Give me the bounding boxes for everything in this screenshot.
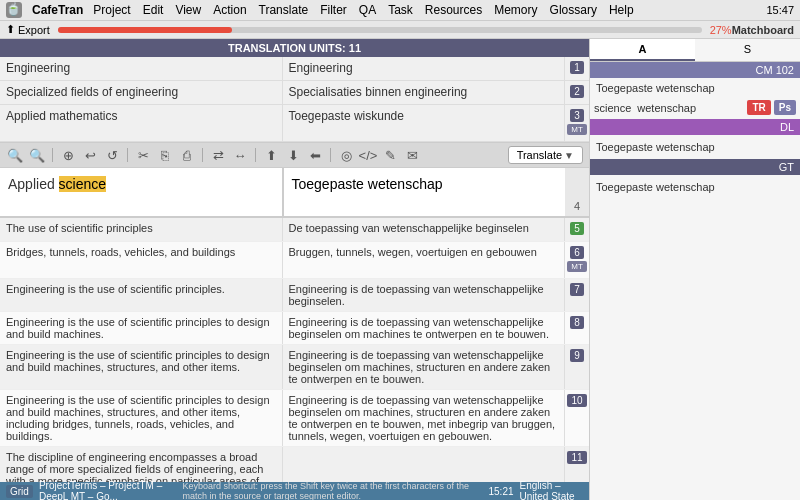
grid-label: Grid (6, 485, 33, 498)
tool-left[interactable]: ⬅ (306, 146, 324, 164)
mb-tgt-word: wetenschap (637, 102, 696, 114)
translate-button[interactable]: Translate ▼ (508, 146, 583, 164)
tool-target[interactable]: ◎ (337, 146, 355, 164)
mb-cm-label: CM 102 (590, 62, 800, 78)
tu-header: TRANSLATION UNITS: 11 (0, 39, 589, 57)
tool-down[interactable]: ⬇ (284, 146, 302, 164)
edit-target[interactable]: Toegepaste wetenschap (283, 168, 566, 216)
export-button[interactable]: ⬆ Export (6, 23, 50, 36)
source-pre: Applied (8, 176, 59, 192)
menu-action[interactable]: Action (213, 3, 246, 17)
table-row[interactable]: Bridges, tunnels, roads, vehicles, and b… (0, 242, 589, 279)
menu-edit[interactable]: Edit (143, 3, 164, 17)
mb-tr-row: science wetenschap TR Ps (590, 98, 800, 117)
seg-badge-7: 7 (570, 283, 584, 296)
tool-search2[interactable]: 🔍 (28, 146, 46, 164)
lower-seg-num-9: 9 (565, 345, 589, 389)
table-row[interactable]: Engineering is the use of scientific pri… (0, 279, 589, 312)
progress-bar-container (58, 27, 702, 33)
app-icon: 🍵 (6, 2, 22, 18)
menu-memory[interactable]: Memory (494, 3, 537, 17)
menu-translate[interactable]: Translate (259, 3, 309, 17)
tool-copy[interactable]: ⎘ (156, 146, 174, 164)
seg-num-1: 1 (565, 57, 589, 80)
lower-seg-source-9: Engineering is the use of scientific pri… (0, 345, 283, 389)
mb-tr-badge[interactable]: TR (747, 100, 770, 115)
lower-seg-target-6: Bruggen, tunnels, wegen, voertuigen en g… (283, 242, 566, 278)
lower-seg-num-6: 6 MT (565, 242, 589, 278)
lower-seg-num-5: 5 (565, 218, 589, 241)
lower-seg-source-10: Engineering is the use of scientific pri… (0, 390, 283, 446)
lower-seg-source-6: Bridges, tunnels, roads, vehicles, and b… (0, 242, 283, 278)
table-row[interactable]: Engineering is the use of scientific pri… (0, 390, 589, 447)
menu-qa[interactable]: QA (359, 3, 376, 17)
menu-view[interactable]: View (175, 3, 201, 17)
lower-seg-target-10: Engineering is de toepassing van wetensc… (283, 390, 566, 446)
lower-seg-source-11: The discipline of engineering encompasse… (0, 447, 283, 482)
table-row[interactable]: Engineering Engineering 1 (0, 57, 589, 81)
seg-badge-9: 9 (570, 349, 584, 362)
seg-source-3: Applied mathematics (0, 105, 283, 141)
mb-gt-bar: GT (590, 159, 800, 175)
mb-gt-text: Toegepaste wetenschap (590, 177, 800, 197)
sep2 (127, 148, 128, 162)
seg-badge-1: 1 (570, 61, 584, 74)
tool-redo[interactable]: ↺ (103, 146, 121, 164)
lower-seg-num-11: 11 (565, 447, 589, 482)
translate-dropdown: ▼ (564, 150, 574, 161)
progress-label: 27% (710, 24, 732, 36)
table-row[interactable]: The discipline of engineering encompasse… (0, 447, 589, 482)
clock: 15:47 (766, 4, 794, 16)
lower-seg-source-8: Engineering is the use of scientific pri… (0, 312, 283, 344)
lower-seg-target-5: De toepassing van wetenschappelijke begi… (283, 218, 566, 241)
mb-tab-s[interactable]: S (695, 39, 800, 61)
table-row[interactable]: Engineering is the use of scientific pri… (0, 345, 589, 390)
sep1 (52, 148, 53, 162)
translate-label: Translate (517, 149, 562, 161)
tool-undo[interactable]: ↩ (81, 146, 99, 164)
matchboard-header: A S (590, 39, 800, 62)
mb-tab-a[interactable]: A (590, 39, 695, 61)
edit-source[interactable]: Applied science (0, 168, 283, 216)
progress-bar (58, 27, 232, 33)
lower-seg-source-5: The use of scientific principles (0, 218, 283, 241)
mb-src-word: science (594, 102, 631, 114)
table-row[interactable]: Applied mathematics Toegepaste wiskunde … (0, 105, 589, 142)
sep5 (330, 148, 331, 162)
menu-resources[interactable]: Resources (425, 3, 482, 17)
tool-edit[interactable]: ✎ (381, 146, 399, 164)
right-panel: A S CM 102 Toegepaste wetenschap science… (590, 39, 800, 500)
table-row[interactable]: The use of scientific principles De toep… (0, 218, 589, 242)
edit-area: Applied science Toegepaste wetenschap 4 (0, 168, 589, 218)
menu-project[interactable]: Project (93, 3, 130, 17)
menu-task[interactable]: Task (388, 3, 413, 17)
seg-source-2: Specialized fields of engineering (0, 81, 283, 104)
tool-cut[interactable]: ✂ (134, 146, 152, 164)
tool-swap[interactable]: ⇄ (209, 146, 227, 164)
tool-search1[interactable]: 🔍 (6, 146, 24, 164)
seg-num-2: 2 (565, 81, 589, 104)
seg-badge-6: 6 (570, 246, 584, 259)
menu-glossary[interactable]: Glossary (550, 3, 597, 17)
menu-help[interactable]: Help (609, 3, 634, 17)
seg-target-2: Specialisaties binnen engineering (283, 81, 566, 104)
tool-arrow[interactable]: ↔ (231, 146, 249, 164)
tool-code[interactable]: </> (359, 146, 377, 164)
seg-num-3: 3 MT (565, 105, 589, 141)
export-icon: ⬆ (6, 23, 15, 36)
tool-paste[interactable]: ⎙ (178, 146, 196, 164)
seg-badge-11: 11 (567, 451, 586, 464)
seg-target-1: Engineering (283, 57, 566, 80)
lower-seg-source-7: Engineering is the use of scientific pri… (0, 279, 283, 311)
menu-filter[interactable]: Filter (320, 3, 347, 17)
sep4 (255, 148, 256, 162)
table-row[interactable]: Engineering is the use of scientific pri… (0, 312, 589, 345)
mb-ps-badge[interactable]: Ps (774, 100, 796, 115)
table-row[interactable]: Specialized fields of engineering Specia… (0, 81, 589, 105)
edit-num: 4 (565, 168, 589, 216)
lower-seg-target-11 (283, 447, 566, 482)
tool-up[interactable]: ⬆ (262, 146, 280, 164)
tool-add[interactable]: ⊕ (59, 146, 77, 164)
tool-msg[interactable]: ✉ (403, 146, 421, 164)
toolbar2: 🔍 🔍 ⊕ ↩ ↺ ✂ ⎘ ⎙ ⇄ ↔ ⬆ ⬇ ⬅ ◎ </> ✎ ✉ Tran… (0, 142, 589, 168)
